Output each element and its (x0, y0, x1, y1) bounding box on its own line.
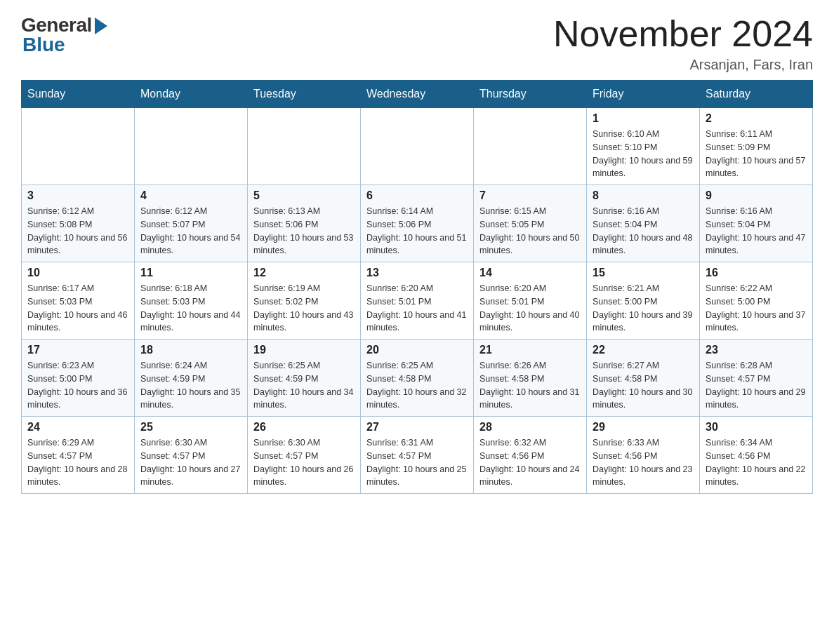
calendar-cell (361, 108, 474, 185)
day-info: Sunrise: 6:30 AMSunset: 4:57 PMDaylight:… (140, 436, 241, 489)
calendar-cell (474, 108, 587, 185)
day-number: 7 (479, 189, 581, 202)
day-number: 12 (253, 267, 355, 279)
day-number: 19 (253, 344, 355, 356)
calendar-cell: 8Sunrise: 6:16 AMSunset: 5:04 PMDaylight… (587, 185, 700, 262)
calendar-cell: 7Sunrise: 6:15 AMSunset: 5:05 PMDaylight… (474, 185, 587, 262)
day-info: Sunrise: 6:26 AMSunset: 4:58 PMDaylight:… (479, 359, 581, 412)
page-header: General Blue November 2024 Arsanjan, Far… (21, 14, 813, 73)
day-number: 4 (140, 189, 241, 202)
day-number: 5 (253, 189, 355, 202)
weekday-header-saturday: Saturday (700, 81, 813, 108)
calendar-cell: 14Sunrise: 6:20 AMSunset: 5:01 PMDayligh… (474, 262, 587, 340)
day-info: Sunrise: 6:20 AMSunset: 5:01 PMDaylight:… (479, 282, 581, 335)
day-number: 15 (593, 267, 694, 279)
day-number: 8 (593, 189, 694, 202)
day-info: Sunrise: 6:31 AMSunset: 4:57 PMDaylight:… (366, 436, 468, 489)
weekday-header-friday: Friday (587, 81, 700, 108)
day-number: 26 (253, 421, 355, 434)
day-info: Sunrise: 6:24 AMSunset: 4:59 PMDaylight:… (140, 359, 241, 412)
day-info: Sunrise: 6:33 AMSunset: 4:56 PMDaylight:… (593, 436, 694, 489)
calendar-cell: 24Sunrise: 6:29 AMSunset: 4:57 PMDayligh… (22, 417, 135, 494)
day-number: 29 (593, 421, 694, 434)
logo-blue-text: Blue (21, 34, 65, 56)
calendar-cell: 5Sunrise: 6:13 AMSunset: 5:06 PMDaylight… (248, 185, 361, 262)
day-info: Sunrise: 6:20 AMSunset: 5:01 PMDaylight:… (366, 282, 468, 335)
day-number: 11 (140, 267, 241, 279)
day-number: 9 (706, 189, 807, 202)
day-number: 22 (593, 344, 694, 356)
day-info: Sunrise: 6:13 AMSunset: 5:06 PMDaylight:… (253, 205, 355, 257)
day-number: 18 (140, 344, 241, 356)
calendar-cell: 6Sunrise: 6:14 AMSunset: 5:06 PMDaylight… (361, 185, 474, 262)
day-info: Sunrise: 6:22 AMSunset: 5:00 PMDaylight:… (706, 282, 807, 335)
day-number: 2 (706, 112, 807, 125)
calendar-cell: 3Sunrise: 6:12 AMSunset: 5:08 PMDaylight… (22, 185, 135, 262)
calendar-cell: 2Sunrise: 6:11 AMSunset: 5:09 PMDaylight… (700, 108, 813, 185)
day-number: 1 (593, 112, 694, 125)
logo: General Blue (21, 14, 107, 56)
calendar-week-row: 24Sunrise: 6:29 AMSunset: 4:57 PMDayligh… (22, 417, 813, 494)
day-info: Sunrise: 6:12 AMSunset: 5:08 PMDaylight:… (27, 205, 128, 257)
calendar-cell: 13Sunrise: 6:20 AMSunset: 5:01 PMDayligh… (361, 262, 474, 340)
day-info: Sunrise: 6:34 AMSunset: 4:56 PMDaylight:… (706, 436, 807, 489)
day-number: 20 (366, 344, 468, 356)
day-number: 10 (27, 267, 128, 279)
calendar-cell: 9Sunrise: 6:16 AMSunset: 5:04 PMDaylight… (700, 185, 813, 262)
day-info: Sunrise: 6:21 AMSunset: 5:00 PMDaylight:… (593, 282, 694, 335)
day-info: Sunrise: 6:14 AMSunset: 5:06 PMDaylight:… (366, 205, 468, 257)
calendar-cell: 29Sunrise: 6:33 AMSunset: 4:56 PMDayligh… (587, 417, 700, 494)
calendar-cell: 4Sunrise: 6:12 AMSunset: 5:07 PMDaylight… (135, 185, 248, 262)
month-title: November 2024 (553, 14, 813, 54)
calendar-table: SundayMondayTuesdayWednesdayThursdayFrid… (21, 80, 813, 494)
calendar-cell: 16Sunrise: 6:22 AMSunset: 5:00 PMDayligh… (700, 262, 813, 340)
weekday-header-thursday: Thursday (474, 81, 587, 108)
calendar-week-row: 17Sunrise: 6:23 AMSunset: 5:00 PMDayligh… (22, 340, 813, 417)
day-number: 27 (366, 421, 468, 434)
day-info: Sunrise: 6:16 AMSunset: 5:04 PMDaylight:… (706, 205, 807, 257)
calendar-week-row: 1Sunrise: 6:10 AMSunset: 5:10 PMDaylight… (22, 108, 813, 185)
day-info: Sunrise: 6:32 AMSunset: 4:56 PMDaylight:… (479, 436, 581, 489)
calendar-cell: 17Sunrise: 6:23 AMSunset: 5:00 PMDayligh… (22, 340, 135, 417)
day-info: Sunrise: 6:11 AMSunset: 5:09 PMDaylight:… (706, 128, 807, 180)
day-info: Sunrise: 6:23 AMSunset: 5:00 PMDaylight:… (27, 359, 128, 412)
day-number: 24 (27, 421, 128, 434)
calendar-cell: 15Sunrise: 6:21 AMSunset: 5:00 PMDayligh… (587, 262, 700, 340)
day-number: 17 (27, 344, 128, 356)
day-number: 21 (479, 344, 581, 356)
calendar-cell: 10Sunrise: 6:17 AMSunset: 5:03 PMDayligh… (22, 262, 135, 340)
day-number: 25 (140, 421, 241, 434)
calendar-cell: 19Sunrise: 6:25 AMSunset: 4:59 PMDayligh… (248, 340, 361, 417)
day-info: Sunrise: 6:29 AMSunset: 4:57 PMDaylight:… (27, 436, 128, 489)
day-info: Sunrise: 6:30 AMSunset: 4:57 PMDaylight:… (253, 436, 355, 489)
day-number: 14 (479, 267, 581, 279)
weekday-header-row: SundayMondayTuesdayWednesdayThursdayFrid… (22, 81, 813, 108)
day-number: 3 (27, 189, 128, 202)
day-number: 28 (479, 421, 581, 434)
calendar-cell: 11Sunrise: 6:18 AMSunset: 5:03 PMDayligh… (135, 262, 248, 340)
calendar-cell: 28Sunrise: 6:32 AMSunset: 4:56 PMDayligh… (474, 417, 587, 494)
calendar-cell: 1Sunrise: 6:10 AMSunset: 5:10 PMDaylight… (587, 108, 700, 185)
day-number: 6 (366, 189, 468, 202)
day-info: Sunrise: 6:18 AMSunset: 5:03 PMDaylight:… (140, 282, 241, 335)
day-info: Sunrise: 6:17 AMSunset: 5:03 PMDaylight:… (27, 282, 128, 335)
calendar-cell: 18Sunrise: 6:24 AMSunset: 4:59 PMDayligh… (135, 340, 248, 417)
calendar-week-row: 10Sunrise: 6:17 AMSunset: 5:03 PMDayligh… (22, 262, 813, 340)
day-info: Sunrise: 6:15 AMSunset: 5:05 PMDaylight:… (479, 205, 581, 257)
weekday-header-wednesday: Wednesday (361, 81, 474, 108)
location-text: Arsanjan, Fars, Iran (553, 57, 813, 73)
calendar-cell (22, 108, 135, 185)
weekday-header-tuesday: Tuesday (248, 81, 361, 108)
calendar-cell (248, 108, 361, 185)
day-info: Sunrise: 6:12 AMSunset: 5:07 PMDaylight:… (140, 205, 241, 257)
calendar-cell: 21Sunrise: 6:26 AMSunset: 4:58 PMDayligh… (474, 340, 587, 417)
calendar-cell: 20Sunrise: 6:25 AMSunset: 4:58 PMDayligh… (361, 340, 474, 417)
calendar-cell: 23Sunrise: 6:28 AMSunset: 4:57 PMDayligh… (700, 340, 813, 417)
weekday-header-monday: Monday (135, 81, 248, 108)
day-info: Sunrise: 6:27 AMSunset: 4:58 PMDaylight:… (593, 359, 694, 412)
calendar-week-row: 3Sunrise: 6:12 AMSunset: 5:08 PMDaylight… (22, 185, 813, 262)
day-number: 13 (366, 267, 468, 279)
day-info: Sunrise: 6:28 AMSunset: 4:57 PMDaylight:… (706, 359, 807, 412)
day-info: Sunrise: 6:16 AMSunset: 5:04 PMDaylight:… (593, 205, 694, 257)
day-number: 16 (706, 267, 807, 279)
